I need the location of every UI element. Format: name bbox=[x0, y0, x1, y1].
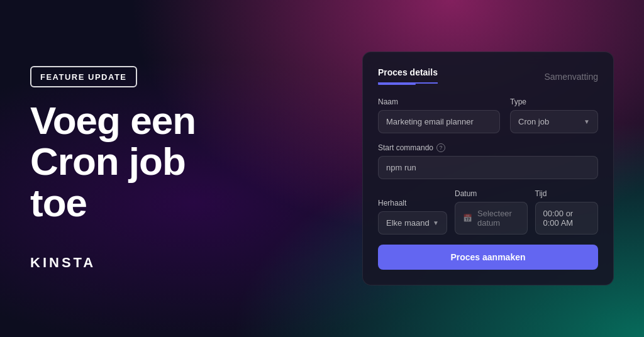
tab-active-container: Proces details bbox=[378, 67, 438, 86]
start-commando-input[interactable]: npm run bbox=[378, 156, 598, 179]
datum-input[interactable]: 📅 Selecteer datum bbox=[455, 202, 528, 235]
naam-input[interactable]: Marketing email planner bbox=[378, 110, 500, 133]
submit-button[interactable]: Proces aanmaken bbox=[378, 245, 598, 270]
page-content: FEATURE UPDATE Voeg een Cron job toe KIN… bbox=[0, 0, 644, 337]
start-commando-group: Start commando ? npm run bbox=[378, 143, 598, 179]
kinsta-logo: KINSTA bbox=[30, 255, 325, 271]
herhaalt-select[interactable]: Elke maand ▼ bbox=[378, 211, 447, 235]
tab-samenvatting[interactable]: Samenvatting bbox=[544, 72, 598, 82]
herhaalt-label: Herhaalt bbox=[378, 199, 447, 207]
tab-underline bbox=[378, 84, 416, 85]
tijd-group: Tijd 00:00 or 0:00 AM bbox=[535, 189, 599, 235]
chevron-down-icon: ▼ bbox=[584, 118, 590, 125]
help-icon[interactable]: ? bbox=[436, 143, 445, 152]
badge-text: FEATURE UPDATE bbox=[40, 72, 127, 82]
start-commando-label: Start commando ? bbox=[378, 143, 598, 152]
card-tabs: Proces details Samenvatting bbox=[378, 67, 598, 86]
headline: Voeg een Cron job toe bbox=[30, 100, 325, 223]
type-value: Cron job bbox=[518, 117, 549, 126]
chevron-down-icon-herhaalt: ▼ bbox=[433, 219, 439, 226]
naam-group: Naam Marketing email planner bbox=[378, 97, 500, 133]
herhaalt-group: Herhaalt Elke maand ▼ bbox=[378, 199, 447, 235]
bottom-row: Herhaalt Elke maand ▼ Datum 📅 Selecteer … bbox=[378, 189, 598, 235]
naam-label: Naam bbox=[378, 97, 500, 106]
headline-line2: Cron job bbox=[30, 140, 186, 183]
calendar-icon: 📅 bbox=[463, 214, 472, 223]
process-card: Proces details Samenvatting Naam Marketi… bbox=[362, 52, 614, 285]
logo-text: KINSTA bbox=[30, 255, 96, 271]
type-label: Type bbox=[510, 97, 598, 106]
datum-group: Datum 📅 Selecteer datum bbox=[455, 189, 528, 235]
tab-proces-details[interactable]: Proces details bbox=[378, 67, 438, 84]
headline-line1: Voeg een bbox=[30, 99, 196, 142]
logo: KINSTA bbox=[30, 236, 325, 271]
datum-label: Datum bbox=[455, 189, 528, 198]
type-select[interactable]: Cron job ▼ bbox=[510, 110, 598, 133]
feature-badge: FEATURE UPDATE bbox=[30, 66, 137, 87]
datum-placeholder: Selecteer datum bbox=[477, 209, 519, 228]
tijd-label: Tijd bbox=[535, 189, 599, 198]
tijd-input[interactable]: 00:00 or 0:00 AM bbox=[535, 202, 599, 235]
type-group: Type Cron job ▼ bbox=[510, 97, 598, 133]
naam-type-row: Naam Marketing email planner Type Cron j… bbox=[378, 97, 598, 133]
right-panel: Proces details Samenvatting Naam Marketi… bbox=[362, 52, 614, 285]
left-panel: FEATURE UPDATE Voeg een Cron job toe KIN… bbox=[30, 66, 325, 270]
herhaalt-value: Elke maand bbox=[386, 218, 430, 228]
headline-line3: toe bbox=[30, 181, 87, 224]
